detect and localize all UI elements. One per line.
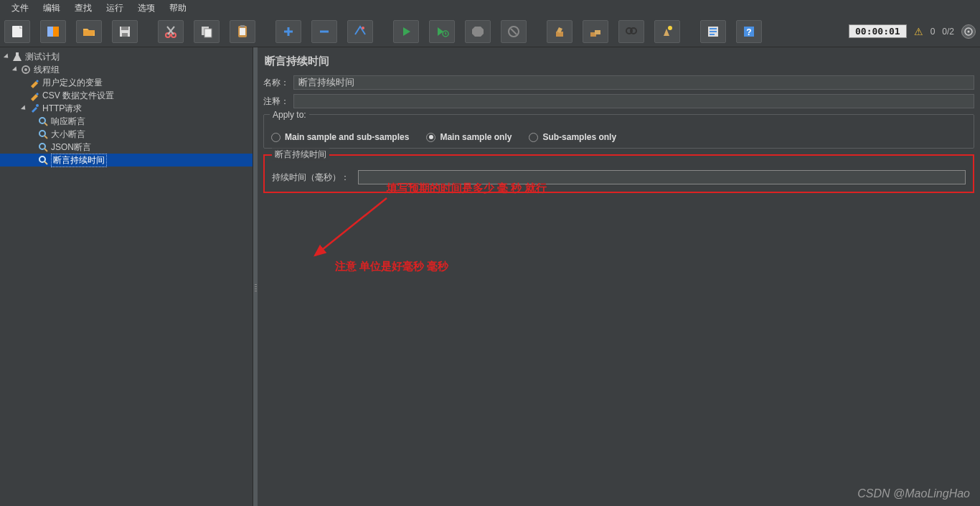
- menubar: 文件 编辑 查找 运行 选项 帮助: [0, 0, 980, 16]
- svg-rect-33: [710, 34, 715, 35]
- tree-duration-assertion[interactable]: 断言持续时间: [0, 154, 253, 167]
- radio-sub-only[interactable]: Sub-samples only: [529, 132, 616, 142]
- menu-help[interactable]: 帮助: [162, 1, 194, 16]
- panel-title: 断言持续时间: [263, 47, 974, 75]
- tree-test-plan[interactable]: 测试计划: [0, 50, 253, 63]
- clear-all-button[interactable]: [583, 20, 608, 43]
- tree-thread-group[interactable]: 线程组: [0, 63, 253, 76]
- tree-label: HTTP请求: [42, 103, 82, 115]
- tree-response-assertion[interactable]: 响应断言: [0, 115, 253, 128]
- copy-button[interactable]: [194, 20, 220, 43]
- wrench-icon: [29, 90, 40, 101]
- warning-count: 0: [930, 27, 936, 37]
- svg-rect-3: [53, 27, 59, 37]
- tree-label: CSV 数据文件设置: [42, 90, 114, 102]
- timer-display: 00:00:01: [849, 24, 907, 38]
- clear-button[interactable]: [547, 20, 573, 43]
- svg-point-39: [24, 68, 27, 71]
- cut-button[interactable]: [158, 20, 184, 43]
- save-button[interactable]: [112, 20, 138, 43]
- menu-run[interactable]: 运行: [99, 1, 131, 16]
- new-button[interactable]: [4, 20, 30, 43]
- tree-size-assertion[interactable]: 大小断言: [0, 128, 253, 141]
- expand-arrow-icon[interactable]: [20, 105, 27, 112]
- watermark: CSDN @MaoLingHao: [857, 487, 970, 500]
- tree-label: 用户定义的变量: [42, 77, 103, 89]
- svg-point-37: [968, 30, 970, 32]
- tree-label: JSON断言: [51, 141, 91, 154]
- content-panel: 断言持续时间 名称： 注释： Apply to: Main sample and…: [258, 47, 980, 506]
- start-button[interactable]: [393, 20, 419, 43]
- radio-label: Sub-samples only: [542, 132, 616, 142]
- collapse-button[interactable]: [311, 20, 337, 43]
- expand-button[interactable]: [275, 20, 301, 43]
- expand-arrow-icon[interactable]: [3, 53, 10, 60]
- magnifier-icon: [37, 116, 49, 127]
- shutdown-button[interactable]: [501, 20, 527, 43]
- tree-panel: 测试计划 线程组 用户定义的变量 CSV 数据文件设置 HTTP请求 响应断言: [0, 47, 253, 506]
- stop-button[interactable]: [465, 20, 491, 43]
- error-indicator-icon[interactable]: [961, 24, 976, 39]
- comment-input[interactable]: [293, 94, 974, 108]
- svg-line-42: [44, 123, 47, 126]
- svg-rect-12: [240, 28, 245, 35]
- menu-file[interactable]: 文件: [4, 1, 36, 16]
- svg-rect-2: [47, 27, 53, 37]
- gear-icon: [20, 64, 32, 75]
- svg-line-44: [44, 136, 47, 139]
- svg-point-43: [39, 131, 45, 136]
- apply-to-fieldset: Apply to: Main sample and sub-samples Ma…: [263, 114, 974, 149]
- tree-label: 测试计划: [25, 51, 60, 63]
- search-button[interactable]: [618, 20, 644, 43]
- annotation-text-1: 填写预期的时间是多少 毫 秒 就行: [387, 182, 547, 195]
- toggle-button[interactable]: [347, 20, 373, 43]
- radio-main-and-sub[interactable]: Main sample and sub-samples: [271, 132, 409, 142]
- svg-rect-5: [121, 27, 128, 30]
- start-no-pause-button[interactable]: [429, 20, 455, 43]
- svg-point-41: [39, 118, 45, 123]
- svg-point-17: [362, 27, 364, 29]
- annotation-text-2: 注意 单位是好毫秒 毫秒: [335, 260, 448, 273]
- flask-icon: [11, 51, 23, 62]
- annotation-arrow-icon: [301, 191, 394, 263]
- toolbar: ? 00:00:01 ⚠ 0 0/2: [0, 16, 980, 47]
- toolbar-status: 00:00:01 ⚠ 0 0/2: [849, 24, 976, 39]
- duration-legend: 断言持续时间: [272, 149, 329, 161]
- svg-rect-13: [240, 25, 245, 27]
- tree-label: 大小断言: [51, 128, 85, 141]
- tree-label: 响应断言: [51, 116, 85, 128]
- menu-edit[interactable]: 编辑: [36, 1, 67, 16]
- function-helper-button[interactable]: [700, 20, 726, 43]
- wrench-icon: [29, 77, 40, 88]
- duration-fieldset: 断言持续时间 持续时间（毫秒）：: [263, 154, 974, 193]
- svg-line-22: [511, 29, 517, 34]
- svg-point-40: [36, 104, 39, 107]
- expand-arrow-icon[interactable]: [11, 66, 19, 73]
- svg-point-29: [668, 26, 672, 30]
- magnifier-icon: [37, 128, 49, 140]
- warning-icon: ⚠: [914, 26, 923, 37]
- templates-button[interactable]: [40, 20, 66, 43]
- svg-rect-32: [710, 31, 717, 32]
- svg-line-46: [44, 149, 47, 151]
- radio-icon: [426, 133, 435, 142]
- svg-point-47: [39, 156, 45, 162]
- apply-to-legend: Apply to:: [270, 110, 309, 120]
- help-button[interactable]: ?: [736, 20, 762, 43]
- menu-options[interactable]: 选项: [131, 1, 162, 16]
- name-input[interactable]: [293, 75, 974, 90]
- radio-label: Main sample only: [440, 132, 512, 142]
- tree-csv-config[interactable]: CSV 数据文件设置: [0, 89, 253, 102]
- tree-http-request[interactable]: HTTP请求: [0, 102, 253, 115]
- paste-button[interactable]: [230, 20, 255, 43]
- open-button[interactable]: [76, 20, 102, 43]
- radio-main-only[interactable]: Main sample only: [426, 132, 512, 142]
- tree-user-defined-vars[interactable]: 用户定义的变量: [0, 76, 253, 89]
- radio-icon: [529, 133, 538, 142]
- svg-rect-25: [595, 30, 600, 34]
- radio-icon: [271, 133, 281, 142]
- svg-line-49: [315, 198, 387, 256]
- menu-find[interactable]: 查找: [67, 1, 99, 16]
- reset-search-button[interactable]: [654, 20, 680, 43]
- tree-json-assertion[interactable]: JSON断言: [0, 141, 253, 154]
